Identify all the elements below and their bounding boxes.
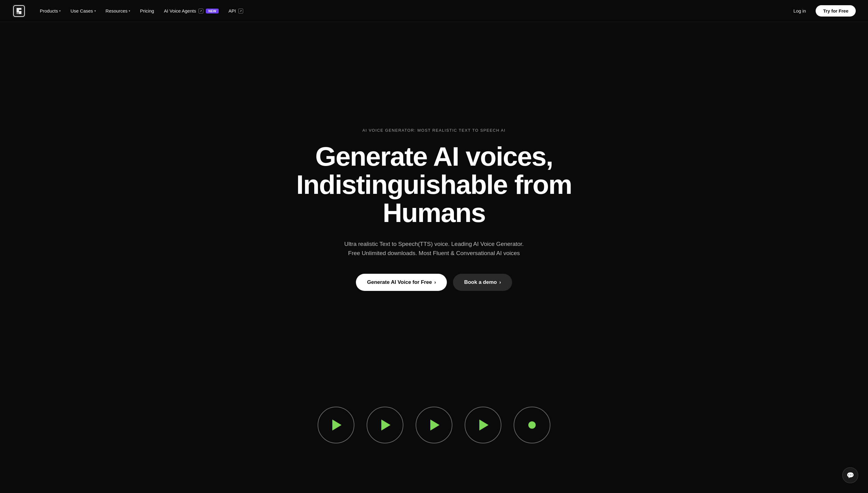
audio-player-2[interactable] xyxy=(367,407,403,443)
nav-item-resources[interactable]: Resources ▾ xyxy=(101,6,135,16)
hero-section: AI VOICE GENERATOR: MOST REALISTIC TEXT … xyxy=(0,0,868,394)
play-icon xyxy=(479,420,488,431)
nav-item-use-cases[interactable]: Use Cases ▾ xyxy=(66,6,100,16)
logo[interactable] xyxy=(12,4,26,18)
nav-item-products[interactable]: Products ▾ xyxy=(36,6,65,16)
chevron-down-icon: ▾ xyxy=(94,9,96,13)
login-button[interactable]: Log in xyxy=(789,6,811,16)
audio-section xyxy=(0,394,868,468)
arrow-icon: › xyxy=(499,280,501,285)
play-icon xyxy=(381,420,390,431)
audio-player-3[interactable] xyxy=(416,407,452,443)
nav-item-api[interactable]: API ↗ xyxy=(224,6,248,16)
nav-right: Log in Try for Free xyxy=(789,5,856,17)
navbar: Products ▾ Use Cases ▾ Resources ▾ Prici… xyxy=(0,0,868,22)
svg-rect-2 xyxy=(17,12,19,14)
play-icon xyxy=(430,420,440,431)
hero-title: Generate AI voices, Indistinguishable fr… xyxy=(296,143,572,227)
arrow-icon: › xyxy=(434,280,436,285)
stop-icon xyxy=(528,421,536,429)
nav-items: Products ▾ Use Cases ▾ Resources ▾ Prici… xyxy=(36,6,248,16)
chevron-down-icon: ▾ xyxy=(59,9,61,13)
nav-item-pricing[interactable]: Pricing xyxy=(136,6,158,16)
chat-widget-button[interactable]: 💬 xyxy=(842,467,858,483)
chat-icon: 💬 xyxy=(847,472,854,479)
try-for-free-button[interactable]: Try for Free xyxy=(816,5,856,17)
external-link-icon: ↗ xyxy=(198,8,204,14)
hero-buttons: Generate AI Voice for Free › Book a demo… xyxy=(356,274,512,291)
audio-player-5[interactable] xyxy=(514,407,550,443)
nav-item-ai-voice-agents[interactable]: AI Voice Agents ↗ NEW xyxy=(160,6,223,16)
logo-icon xyxy=(12,4,26,18)
external-link-icon: ↗ xyxy=(238,8,243,14)
nav-left: Products ▾ Use Cases ▾ Resources ▾ Prici… xyxy=(12,4,248,18)
hero-eyebrow: AI VOICE GENERATOR: MOST REALISTIC TEXT … xyxy=(362,128,505,133)
play-icon xyxy=(332,420,341,431)
audio-player-4[interactable] xyxy=(465,407,501,443)
generate-voice-button[interactable]: Generate AI Voice for Free › xyxy=(356,274,447,291)
audio-player-1[interactable] xyxy=(318,407,354,443)
book-demo-button[interactable]: Book a demo › xyxy=(453,274,512,291)
hero-subtitle: Ultra realistic Text to Speech(TTS) voic… xyxy=(344,239,524,258)
chevron-down-icon: ▾ xyxy=(129,9,130,13)
